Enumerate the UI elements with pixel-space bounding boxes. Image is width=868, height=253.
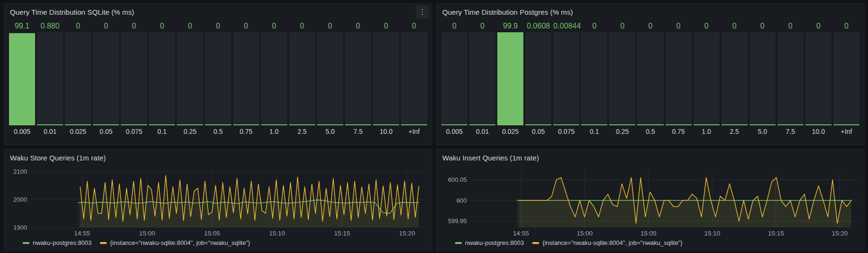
bar-value-label: 0	[694, 20, 720, 32]
bar-value-label: 0.00844	[553, 20, 579, 32]
panel-title: Waku Store Queries (1m rate)	[10, 154, 106, 162]
histogram-postgres: 00.00500.0199.90.0250.06080.050.008440.0…	[437, 20, 864, 139]
bar-value-label: 0.880	[37, 20, 63, 32]
panel-title: Query Time Distribution Postgres (% ms)	[442, 8, 573, 16]
legend: nwaku-postgres:8003{instance="nwaku-sqli…	[9, 238, 428, 246]
bar-bucket-label: 0.1	[581, 125, 607, 139]
timeseries-store-queries: 21002000190014:5515:0015:0515:1015:1515:…	[4, 166, 432, 246]
x-axis-tick-label: 15:10	[704, 230, 720, 237]
histogram-bar-column: 07.5	[777, 20, 804, 139]
histogram-bar-column: 010.0	[373, 20, 399, 139]
bar-value-label: 0	[261, 20, 287, 32]
bar-bucket-label: 5.0	[317, 125, 343, 139]
histogram-bar-column: 00.1	[149, 20, 175, 139]
bar-fill	[261, 124, 287, 125]
legend-swatch	[100, 242, 107, 244]
legend-item[interactable]: {instance="nwaku-sqlite:8004", job="nwak…	[532, 239, 682, 246]
x-axis-tick-label: 14:55	[513, 230, 529, 237]
bar-track	[833, 32, 859, 125]
histogram-sqlite: 99.10.0050.8800.0100.02500.0500.07500.10…	[4, 20, 432, 139]
histogram-bar-column: 05.0	[749, 20, 776, 139]
bar-value-label: 99.1	[9, 20, 35, 32]
bar-bucket-label: 0.25	[609, 125, 635, 139]
bar-track	[121, 32, 147, 125]
panel-waku-insert-queries: Waku Insert Queries (1m rate) 600.056005…	[436, 149, 865, 251]
bar-track	[65, 32, 91, 125]
bar-fill	[777, 124, 804, 125]
bar-value-label: 99.9	[497, 20, 523, 32]
histogram-bar-column: 00.075	[121, 20, 147, 139]
histogram-bar-column: 02.5	[289, 20, 315, 139]
bar-value-label: 0	[289, 20, 315, 32]
bar-value-label: 0	[233, 20, 259, 32]
histogram-bar-column: 02.5	[722, 20, 748, 139]
bar-track	[373, 32, 399, 125]
x-axis-tick-label: 15:00	[139, 230, 155, 237]
legend-item[interactable]: nwaku-postgres:8003	[455, 239, 524, 246]
bar-bucket-label: 7.5	[777, 125, 804, 139]
bar-bucket-label: 2.5	[722, 125, 748, 139]
bar-value-label: 0	[609, 20, 635, 32]
histogram-bar-column: 0+Inf	[401, 20, 427, 139]
bar-bucket-label: 0.01	[37, 125, 63, 139]
histogram-bar-column: 00.1	[581, 20, 607, 139]
bar-track	[553, 32, 579, 125]
bar-value-label: 0	[469, 20, 495, 32]
legend-item[interactable]: nwaku-postgres:8003	[23, 239, 91, 246]
histogram-bar-column: 0.008440.075	[553, 20, 579, 139]
bar-value-label: 0	[722, 20, 748, 32]
legend-series-label: nwaku-postgres:8003	[33, 239, 91, 246]
x-axis-tick-label: 15:05	[204, 230, 220, 237]
legend-swatch	[532, 242, 539, 244]
histogram-bar-column: 05.0	[317, 20, 343, 139]
bar-value-label: 0	[345, 20, 371, 32]
y-axis-tick-label: 1900	[13, 224, 27, 231]
bar-track	[666, 32, 692, 125]
panel-waku-store-queries: Waku Store Queries (1m rate) 21002000190…	[4, 149, 432, 251]
plot-svg: 600.05600599.9514:5515:0015:0515:1015:15…	[441, 166, 860, 238]
bar-fill	[497, 32, 523, 125]
panel-header: Waku Insert Queries (1m rate)	[437, 150, 864, 166]
bar-bucket-label: +Inf	[833, 125, 859, 139]
bar-track	[525, 32, 551, 125]
bar-bucket-label: 10.0	[373, 125, 399, 139]
bar-fill	[805, 124, 831, 125]
bar-value-label: 0.0608	[525, 20, 551, 32]
bar-fill	[177, 124, 203, 125]
panel-menu-button[interactable]: ⋮	[416, 5, 429, 19]
bar-bucket-label: 1.0	[261, 125, 287, 139]
legend-swatch	[455, 242, 462, 244]
bar-fill	[9, 33, 35, 125]
bar-value-label: 0	[666, 20, 692, 32]
x-axis-tick-label: 15:20	[831, 230, 848, 237]
bar-bucket-label: +Inf	[401, 125, 427, 139]
panel-header: Query Time Distribution SQLite (% ms)	[4, 4, 432, 20]
bar-track	[177, 32, 203, 125]
bar-track	[9, 32, 35, 125]
panel-query-time-sqlite: Query Time Distribution SQLite (% ms) ⋮ …	[4, 3, 432, 145]
bar-fill	[749, 124, 776, 125]
bar-bucket-label: 0.5	[637, 125, 663, 139]
bar-fill	[149, 124, 175, 125]
bar-track	[149, 32, 175, 125]
bar-track	[722, 32, 748, 125]
bar-fill	[581, 124, 607, 125]
x-axis-tick-label: 14:55	[74, 230, 90, 237]
bar-fill	[317, 124, 343, 125]
histogram-bar-column: 00.75	[666, 20, 692, 139]
legend: nwaku-postgres:8003{instance="nwaku-sqli…	[441, 238, 860, 246]
x-axis-tick-label: 15:15	[768, 230, 784, 237]
histogram-bar-column: 00.5	[637, 20, 663, 139]
bar-fill	[373, 124, 399, 125]
bar-fill	[722, 124, 748, 125]
y-axis-tick-label: 2100	[13, 168, 27, 175]
histogram-bar-column: 00.025	[65, 20, 91, 139]
bar-fill	[525, 124, 551, 125]
histogram-bar-column: 00.25	[609, 20, 635, 139]
histogram-bar-column: 01.0	[694, 20, 720, 139]
bar-fill	[441, 124, 467, 125]
bar-fill	[666, 124, 692, 125]
histogram-bar-column: 00.5	[205, 20, 231, 139]
bar-value-label: 0	[317, 20, 343, 32]
legend-item[interactable]: {instance="nwaku-sqlite:8004", job="nwak…	[100, 239, 250, 246]
